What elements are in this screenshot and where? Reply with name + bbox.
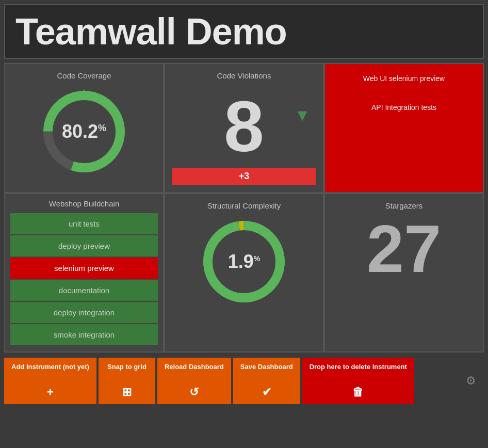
drop-label: Drop here to delete Instrument (310, 363, 407, 372)
complexity-title: Structural Complexity (172, 201, 316, 210)
stargazers-value: 27 (367, 215, 442, 282)
coverage-donut: 80.2% (38, 85, 131, 178)
add-icon: + (47, 386, 54, 399)
add-instrument-button[interactable]: Add Instrument (not yet) + (4, 358, 96, 404)
build-item-0: unit tests (10, 213, 158, 234)
snap-to-grid-label: Snap to grid (107, 363, 147, 372)
build-item-4: deploy integration (10, 302, 158, 323)
toolbar: Add Instrument (not yet) + Snap to grid … (4, 358, 484, 404)
violations-area: 8 ▼ (172, 85, 316, 163)
save-icon: ✔ (262, 386, 271, 399)
stargazers-widget: Stargazers 27 (324, 193, 484, 353)
header: Teamwall Demo (4, 4, 484, 59)
build-item-3: documentation (10, 280, 158, 301)
buildchain-widget: Webshop Buildchain unit tests deploy pre… (4, 193, 164, 353)
stargazers-title: Stargazers (332, 201, 476, 210)
complexity-donut: 1.9% (198, 215, 290, 308)
drop-delete-button[interactable]: Drop here to delete Instrument 🗑 (302, 358, 414, 404)
failed-item-1: Web UI selenium preview (358, 69, 450, 88)
save-label: Save Dashboard (240, 363, 293, 372)
build-item-2: selenium preview (10, 258, 158, 279)
page-title: Teamwall Demo (15, 10, 473, 53)
settings-icon: ⚙ (466, 374, 476, 388)
dashboard-grid: Code Coverage 80.2% Code Violations 8 ▼ … (4, 63, 484, 353)
violations-widget: Code Violations 8 ▼ +3 (164, 63, 324, 193)
toolbar-spacer (416, 358, 458, 404)
violations-value: 8 (224, 90, 264, 163)
coverage-widget: Code Coverage 80.2% (4, 63, 164, 193)
reload-label: Reload Dashboard (165, 363, 224, 372)
build-item-5: smoke integration (10, 324, 158, 345)
save-dashboard-button[interactable]: Save Dashboard ✔ (233, 358, 300, 404)
reload-dashboard-button[interactable]: Reload Dashboard ↺ (157, 358, 231, 404)
failed-item-2: API Integration tests (366, 98, 442, 117)
buildchain-list: unit tests deploy preview selenium previ… (10, 213, 158, 346)
drop-icon: 🗑 (352, 386, 364, 399)
buildchain-title: Webshop Buildchain (10, 199, 158, 208)
complexity-widget: Structural Complexity 1.9% (164, 193, 324, 353)
snap-icon: ⊞ (122, 386, 132, 399)
coverage-value: 80.2% (62, 121, 106, 142)
complexity-value: 1.9% (228, 251, 261, 273)
settings-button[interactable]: ⚙ (458, 358, 484, 404)
snap-to-grid-button[interactable]: Snap to grid ⊞ (99, 358, 155, 404)
add-instrument-label: Add Instrument (not yet) (11, 363, 89, 372)
violations-title: Code Violations (172, 71, 316, 80)
violations-badge: +3 (172, 168, 316, 185)
coverage-title: Code Coverage (12, 71, 156, 80)
build-item-1: deploy preview (10, 235, 158, 257)
failed-tests-widget: Web UI selenium preview API Integration … (324, 63, 484, 193)
violations-arrow-down: ▼ (294, 106, 311, 125)
reload-icon: ↺ (189, 386, 199, 399)
